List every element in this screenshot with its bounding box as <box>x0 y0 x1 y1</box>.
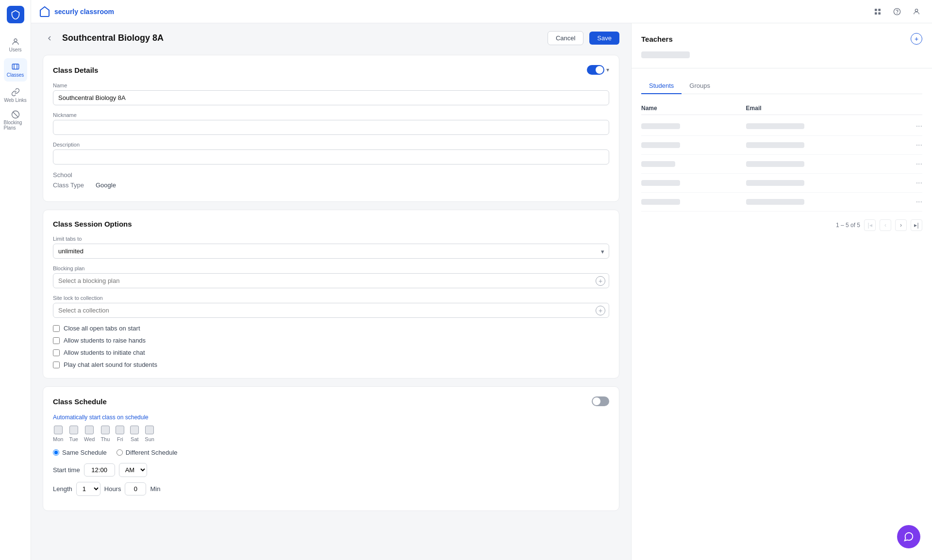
length-row: Length 123 Hours Min <box>53 482 609 496</box>
student-action-5[interactable]: ··· <box>903 198 922 206</box>
start-time-period-select[interactable]: AM PM <box>119 463 147 477</box>
blocking-plan-add-button[interactable]: + <box>596 276 605 286</box>
length-hours-select[interactable]: 123 <box>76 482 100 496</box>
day-fri-checkbox[interactable] <box>116 426 124 434</box>
student-email-2 <box>746 142 903 148</box>
site-lock-input[interactable] <box>53 303 609 318</box>
name-field-group: Name <box>53 82 609 105</box>
topnav-icons <box>870 4 924 19</box>
table-row: ··· <box>641 174 922 193</box>
different-schedule-radio-item[interactable]: Different Schedule <box>116 449 178 456</box>
min-label: Min <box>150 485 160 493</box>
class-details-card: Class Details ▾ Name Nickname <box>43 55 619 202</box>
blocking-plan-input[interactable] <box>53 273 609 288</box>
day-sun-checkbox[interactable] <box>145 426 154 434</box>
page-header: Southcentral Biology 8A Cancel Save <box>43 31 619 45</box>
student-name-2 <box>641 142 746 148</box>
svg-rect-4 <box>875 9 877 11</box>
sidebar-item-web-links[interactable]: Web Links <box>4 83 27 107</box>
sidebar-item-blocking-plans-label: Blocking Plans <box>4 120 27 131</box>
pagination-label: 1 – 5 of 5 <box>836 222 860 229</box>
float-action-button[interactable] <box>897 525 920 548</box>
close-tabs-checkbox-item[interactable]: Close all open tabs on start <box>53 325 609 332</box>
sidebar-item-blocking-plans[interactable]: Blocking Plans <box>4 109 27 132</box>
sidebar-item-users[interactable]: Users <box>4 33 27 56</box>
class-type-label: Class Type <box>53 181 92 189</box>
pagination-last-button[interactable]: ▸| <box>911 219 922 231</box>
nickname-field-group: Nickname <box>53 112 609 135</box>
svg-rect-6 <box>875 12 877 15</box>
hours-label: Hours <box>104 485 121 493</box>
sidebar-item-classes-label: Classes <box>7 72 24 78</box>
grid-icon-btn[interactable] <box>870 4 885 19</box>
student-action-4[interactable]: ··· <box>903 179 922 187</box>
student-name-3 <box>641 161 746 167</box>
sidebar-item-classes[interactable]: Classes <box>4 58 27 82</box>
pagination-next-button[interactable]: › <box>895 219 907 231</box>
chat-alert-checkbox[interactable] <box>53 362 60 368</box>
site-lock-input-wrapper: + <box>53 303 609 318</box>
limit-tabs-select-wrapper: unlimited 1 2 3 5 10 <box>53 244 609 259</box>
back-button[interactable] <box>43 32 56 45</box>
topnav: securly classroom <box>31 0 932 23</box>
start-time-input[interactable] <box>84 463 115 477</box>
name-input[interactable] <box>53 90 609 105</box>
day-tue-label: Tue <box>69 436 78 442</box>
same-schedule-label: Same Schedule <box>62 449 107 456</box>
teachers-title: Teachers <box>641 35 673 43</box>
description-field-group: Description <box>53 142 609 165</box>
name-label: Name <box>53 82 609 88</box>
limit-tabs-select[interactable]: unlimited 1 2 3 5 10 <box>53 244 609 259</box>
day-fri-label: Fri <box>117 436 123 442</box>
chat-alert-label: Play chat alert sound for students <box>64 361 157 368</box>
description-input[interactable] <box>53 149 609 165</box>
nickname-input[interactable] <box>53 120 609 135</box>
different-schedule-radio[interactable] <box>116 449 123 456</box>
svg-rect-7 <box>878 12 881 15</box>
class-details-toggle-wrapper[interactable]: ▾ <box>587 65 609 75</box>
save-button[interactable]: Save <box>589 32 619 45</box>
same-schedule-radio[interactable] <box>53 449 59 456</box>
raise-hands-checkbox-item[interactable]: Allow students to raise hands <box>53 337 609 344</box>
day-mon-checkbox[interactable] <box>54 426 63 434</box>
help-icon-btn[interactable] <box>889 4 905 19</box>
close-tabs-checkbox[interactable] <box>53 325 60 332</box>
tab-students[interactable]: Students <box>641 78 682 94</box>
chat-alert-checkbox-item[interactable]: Play chat alert sound for students <box>53 361 609 368</box>
day-mon: Mon <box>53 426 63 442</box>
day-sat-checkbox[interactable] <box>130 426 139 434</box>
student-action-2[interactable]: ··· <box>903 141 922 149</box>
initiate-chat-checkbox-item[interactable]: Allow students to initiate chat <box>53 349 609 356</box>
day-sun-label: Sun <box>145 436 154 442</box>
different-schedule-label: Different Schedule <box>126 449 178 456</box>
day-sat-label: Sat <box>131 436 139 442</box>
students-section: Students Groups Name Email <box>632 68 932 560</box>
same-schedule-radio-item[interactable]: Same Schedule <box>53 449 107 456</box>
length-label: Length <box>53 485 72 493</box>
day-thu-checkbox[interactable] <box>101 426 110 434</box>
nickname-label: Nickname <box>53 112 609 118</box>
student-name-1 <box>641 123 746 129</box>
tab-groups[interactable]: Groups <box>682 78 718 94</box>
raise-hands-checkbox[interactable] <box>53 337 60 344</box>
day-tue-checkbox[interactable] <box>69 426 78 434</box>
day-wed-checkbox[interactable] <box>85 426 94 434</box>
pagination-first-button[interactable]: |◂ <box>864 219 876 231</box>
student-action-3[interactable]: ··· <box>903 160 922 168</box>
day-thu: Thu <box>100 426 110 442</box>
table-row: ··· <box>641 117 922 136</box>
blocking-plan-group: Blocking plan + <box>53 265 609 288</box>
student-action-1[interactable]: ··· <box>903 122 922 131</box>
toggle-chevron-icon: ▾ <box>606 66 609 73</box>
pagination-prev-button[interactable]: ‹ <box>880 219 891 231</box>
students-table: Name Email ··· <box>641 102 922 212</box>
initiate-chat-checkbox[interactable] <box>53 349 60 356</box>
length-mins-input[interactable] <box>125 482 146 495</box>
right-panel: Teachers + Students Groups Name Email <box>631 23 932 560</box>
add-teacher-button[interactable]: + <box>911 33 922 45</box>
site-lock-add-button[interactable]: + <box>596 306 605 315</box>
user-icon-btn[interactable] <box>909 4 924 19</box>
cancel-button[interactable]: Cancel <box>548 31 583 45</box>
class-details-toggle[interactable] <box>587 65 604 75</box>
class-schedule-toggle[interactable] <box>592 396 609 406</box>
